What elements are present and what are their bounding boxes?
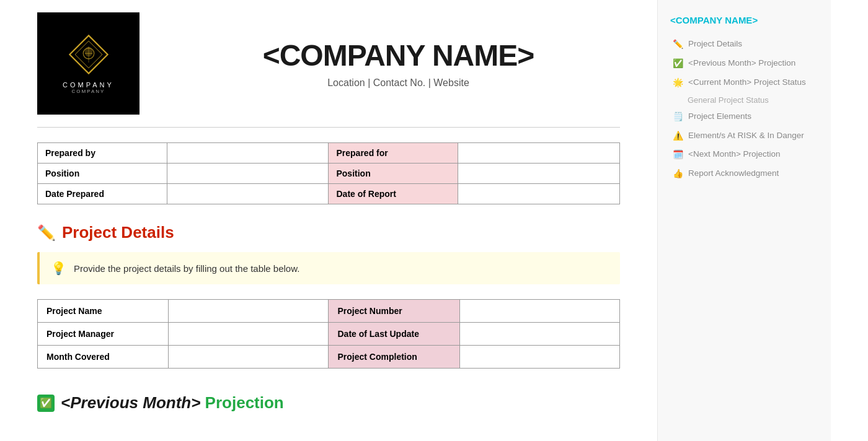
project-details-header: ✏️ Project Details xyxy=(37,223,620,242)
project-manager-value[interactable] xyxy=(169,323,329,346)
sidebar-project-elements-label: Project Elements xyxy=(688,111,751,123)
date-last-update-value[interactable] xyxy=(459,323,619,346)
position-label-right: Position xyxy=(329,164,458,184)
sidebar-next-month-label: <Next Month> Projection xyxy=(688,149,781,160)
company-title-area: <COMPANY NAME> Location | Contact No. | … xyxy=(177,38,620,89)
warning-icon: ⚠️ xyxy=(673,131,683,141)
table-row: Prepared by Prepared for xyxy=(38,143,620,164)
sidebar-item-risk[interactable]: ⚠️ Element/s At RISK & In Danger xyxy=(670,127,818,145)
sidebar-item-previous-month[interactable]: ✅ <Previous Month> Projection xyxy=(670,55,818,72)
date-prepared-value[interactable] xyxy=(167,184,329,204)
projection-label: Projection xyxy=(200,393,283,412)
sidebar-company-name[interactable]: <COMPANY NAME> xyxy=(670,15,818,25)
sidebar-risk-label: Element/s At RISK & In Danger xyxy=(688,130,804,142)
table-row: Position Position xyxy=(38,164,620,184)
sidebar-item-acknowledgment[interactable]: 👍 Report Acknowledgment xyxy=(670,165,818,183)
notepad-icon: 🗒️ xyxy=(673,111,683,121)
sidebar-item-project-elements[interactable]: 🗒️ Project Elements xyxy=(670,108,818,126)
project-name-label: Project Name xyxy=(38,300,169,323)
logo-sub: COMPANY xyxy=(72,89,105,94)
month-covered-value[interactable] xyxy=(169,346,329,369)
sidebar-current-month-label: <Current Month> Project Status xyxy=(688,77,806,89)
checkmark-icon: ✅ xyxy=(673,58,683,68)
hint-text: Provide the project details by filling o… xyxy=(74,263,299,274)
company-name: <COMPANY NAME> xyxy=(177,38,620,72)
project-details-title: Project Details xyxy=(62,223,174,242)
date-last-update-label: Date of Last Update xyxy=(329,323,459,346)
info-hint-box: 💡 Provide the project details by filling… xyxy=(37,252,620,284)
table-row: Project Name Project Number xyxy=(38,300,620,323)
previous-month-icon: ✅ xyxy=(37,395,55,412)
prepared-by-value[interactable] xyxy=(167,143,329,164)
pencil-icon: ✏️ xyxy=(673,39,683,49)
prepared-by-label: Prepared by xyxy=(38,143,167,164)
project-number-value[interactable] xyxy=(459,300,619,323)
project-details-table: Project Name Project Number Project Mana… xyxy=(37,299,620,369)
main-content: COMPANY COMPANY <COMPANY NAME> Location … xyxy=(0,0,657,441)
previous-month-title: <Previous Month> Projection xyxy=(61,393,284,413)
sidebar-project-details-label: Project Details xyxy=(688,38,742,50)
table-row: Project Manager Date of Last Update xyxy=(38,323,620,346)
thumbsup-icon: 👍 xyxy=(673,168,683,178)
table-row: Month Covered Project Completion xyxy=(38,346,620,369)
sidebar-previous-month-label: <Previous Month> Projection xyxy=(688,58,795,69)
previous-month-italic: <Previous Month> xyxy=(61,393,200,412)
date-prepared-label: Date Prepared xyxy=(38,184,167,204)
project-completion-label: Project Completion xyxy=(329,346,459,369)
project-name-value[interactable] xyxy=(169,300,329,323)
hint-icon: 💡 xyxy=(51,261,66,276)
sidebar-item-current-month[interactable]: 🌟 <Current Month> Project Status xyxy=(670,74,818,92)
info-table: Prepared by Prepared for Position Positi… xyxy=(37,142,620,204)
table-row: Date Prepared Date of Report xyxy=(38,184,620,204)
calendar-icon: 🗓️ xyxy=(673,149,683,159)
prepared-for-value[interactable] xyxy=(458,143,620,164)
company-subtitle: Location | Contact No. | Website xyxy=(177,77,620,89)
star-icon: 🌟 xyxy=(673,77,683,87)
logo-box: COMPANY COMPANY xyxy=(37,12,140,115)
sidebar: <COMPANY NAME> ✏️ Project Details ✅ <Pre… xyxy=(657,0,831,441)
header: COMPANY COMPANY <COMPANY NAME> Location … xyxy=(37,12,620,115)
sidebar-general-status-label: General Project Status xyxy=(688,95,769,105)
project-completion-value[interactable] xyxy=(459,346,619,369)
project-details-icon: ✏️ xyxy=(37,224,56,242)
sidebar-item-project-details[interactable]: ✏️ Project Details xyxy=(670,35,818,53)
logo-text: COMPANY xyxy=(63,81,114,89)
previous-month-header: ✅ <Previous Month> Projection xyxy=(37,393,620,413)
sidebar-sub-item-general-status[interactable]: General Project Status xyxy=(670,93,818,107)
position-value-left[interactable] xyxy=(167,164,329,184)
project-number-label: Project Number xyxy=(329,300,459,323)
sidebar-acknowledgment-label: Report Acknowledgment xyxy=(688,168,779,180)
position-label-left: Position xyxy=(38,164,167,184)
prepared-for-label: Prepared for xyxy=(329,143,458,164)
sidebar-item-next-month[interactable]: 🗓️ <Next Month> Projection xyxy=(670,146,818,164)
logo-diamond xyxy=(67,33,110,76)
header-divider xyxy=(37,127,620,128)
date-of-report-value[interactable] xyxy=(458,184,620,204)
position-value-right[interactable] xyxy=(458,164,620,184)
project-manager-label: Project Manager xyxy=(38,323,169,346)
month-covered-label: Month Covered xyxy=(38,346,169,369)
date-of-report-label: Date of Report xyxy=(329,184,458,204)
